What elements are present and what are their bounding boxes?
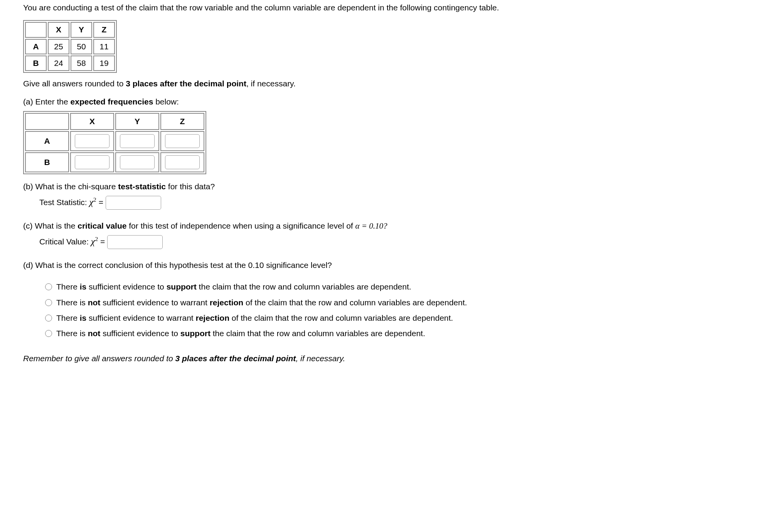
exp-input-a-y[interactable]: [120, 134, 155, 148]
expected-frequencies-table: X Y Z A B: [23, 111, 206, 174]
part-c-row: Critical Value: χ2 =: [39, 235, 640, 249]
critical-value-input[interactable]: [107, 235, 163, 249]
cell-b-y: 58: [71, 56, 92, 71]
exp-input-a-z[interactable]: [165, 134, 200, 148]
part-a-prompt: (a) Enter the expected frequencies below…: [23, 96, 640, 107]
option-3-radio[interactable]: [45, 315, 52, 322]
exp-col-x: X: [70, 113, 114, 130]
contingency-table: X Y Z A 25 50 11 B 24 58 19: [23, 20, 117, 73]
exp-input-a-x[interactable]: [75, 134, 109, 148]
cell-b-z: 19: [93, 56, 115, 71]
chi-squared-symbol: χ2: [89, 197, 96, 207]
option-3-label: There is sufficient evidence to warrant …: [56, 313, 591, 323]
option-2-radio[interactable]: [45, 299, 52, 306]
exp-input-b-x[interactable]: [75, 155, 109, 169]
exp-col-y: Y: [115, 113, 159, 130]
part-b-prompt: (b) What is the chi-square test-statisti…: [23, 181, 640, 192]
cell-a-y: 50: [71, 39, 92, 54]
test-statistic-label: Test Statistic:: [39, 198, 89, 207]
option-1-radio[interactable]: [45, 283, 52, 290]
part-d-prompt: (d) What is the correct conclusion of th…: [23, 260, 640, 271]
row-label-b: B: [25, 56, 47, 71]
option-1-label: There is sufficient evidence to support …: [56, 281, 591, 292]
col-header-z: Z: [93, 22, 115, 37]
col-header-x: X: [48, 22, 69, 37]
part-b-row: Test Statistic: χ2 =: [39, 195, 640, 210]
option-4-radio[interactable]: [45, 330, 52, 337]
option-2-label: There is not sufficient evidence to warr…: [56, 297, 591, 308]
exp-input-b-z[interactable]: [165, 155, 200, 169]
rounding-instruction: Give all answers rounded to 3 places aft…: [23, 78, 640, 89]
exp-row-b: B: [25, 152, 69, 172]
equals-sign: =: [99, 198, 106, 207]
row-label-a: A: [25, 39, 47, 54]
test-statistic-input[interactable]: [106, 196, 161, 210]
col-header-y: Y: [71, 22, 92, 37]
critical-value-label: Critical Value:: [39, 237, 91, 246]
cell-b-x: 24: [48, 56, 69, 71]
intro-text: You are conducting a test of the claim t…: [23, 2, 640, 13]
conclusion-options: There is sufficient evidence to support …: [43, 281, 640, 339]
exp-input-b-y[interactable]: [120, 155, 155, 169]
footer-reminder: Remember to give all answers rounded to …: [23, 353, 640, 364]
part-c-prompt: (c) What is the critical value for this …: [23, 221, 640, 231]
chi-squared-symbol-2: χ2: [91, 236, 98, 246]
corner-cell: [25, 22, 47, 37]
exp-corner: [25, 113, 69, 130]
cell-a-x: 25: [48, 39, 69, 54]
cell-a-z: 11: [93, 39, 115, 54]
exp-row-a: A: [25, 131, 69, 151]
exp-col-z: Z: [160, 113, 204, 130]
option-4-label: There is not sufficient evidence to supp…: [56, 328, 591, 339]
equals-sign-2: =: [100, 237, 107, 246]
